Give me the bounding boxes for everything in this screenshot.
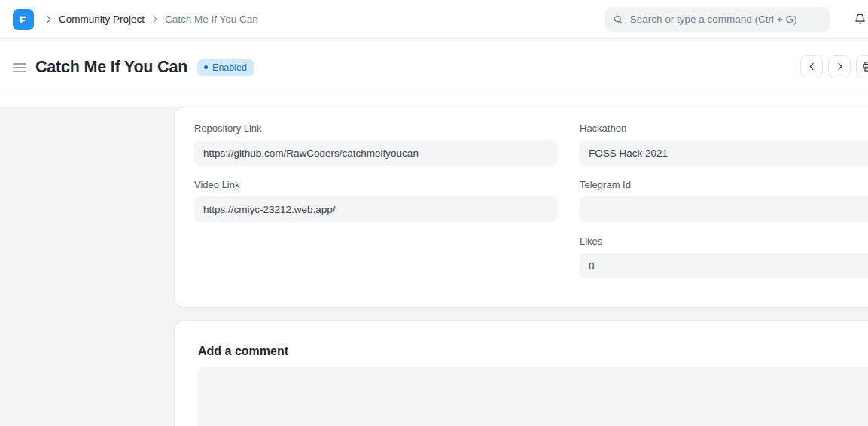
hackathon-input[interactable] [580, 140, 868, 166]
chevron-right-icon [43, 14, 54, 25]
telegram-id-input[interactable] [580, 196, 868, 222]
comment-input[interactable] [198, 367, 868, 426]
frappe-logo-icon [17, 14, 29, 26]
bell-icon [853, 12, 867, 27]
status-badge-label: Enabled [212, 62, 247, 73]
breadcrumb-current-page[interactable]: Catch Me If You Can [165, 14, 258, 25]
page-title: Catch Me If You Can [35, 58, 187, 77]
header-actions [800, 55, 868, 78]
repository-link-label: Repository Link [194, 123, 557, 135]
notifications-button[interactable] [852, 11, 867, 28]
form-right-column: Hackathon Telegram Id Likes [580, 123, 868, 292]
chevron-left-icon [806, 61, 818, 72]
field-repository-link: Repository Link [194, 123, 557, 166]
print-button[interactable] [856, 55, 868, 78]
field-likes: Likes [580, 236, 868, 278]
search-input[interactable] [630, 14, 822, 25]
breadcrumb-community-project[interactable]: Community Project [59, 14, 145, 25]
page-header: Catch Me If You Can Enabled [0, 39, 868, 96]
chevron-right-icon [834, 61, 845, 72]
add-comment-heading: Add a comment [198, 345, 868, 358]
chevron-right-icon [149, 14, 160, 25]
hamburger-menu-icon[interactable] [13, 63, 26, 72]
previous-record-button[interactable] [800, 55, 823, 78]
next-record-button[interactable] [828, 55, 851, 78]
likes-label: Likes [580, 236, 868, 248]
form-left-column: Repository Link Video Link [194, 123, 557, 292]
comments-card: Add a comment [175, 321, 868, 426]
field-video-link: Video Link [194, 179, 557, 222]
search-icon [613, 14, 624, 26]
hackathon-label: Hackathon [580, 123, 868, 135]
global-search[interactable] [605, 7, 830, 32]
form-content-area: Repository Link Video Link Hackathon Tel… [0, 107, 868, 426]
status-badge: Enabled [197, 59, 254, 76]
field-telegram-id: Telegram Id [580, 179, 868, 222]
frappe-logo[interactable] [13, 9, 34, 30]
video-link-label: Video Link [194, 179, 557, 191]
video-link-input[interactable] [194, 196, 557, 222]
form-fields-card: Repository Link Video Link Hackathon Tel… [175, 107, 868, 307]
printer-icon [861, 60, 868, 73]
telegram-id-label: Telegram Id [580, 179, 868, 191]
status-dot [204, 65, 208, 69]
top-navbar: Community Project Catch Me If You Can [0, 0, 868, 39]
likes-input[interactable] [580, 253, 868, 278]
field-hackathon: Hackathon [580, 123, 868, 166]
repository-link-input[interactable] [194, 140, 557, 166]
